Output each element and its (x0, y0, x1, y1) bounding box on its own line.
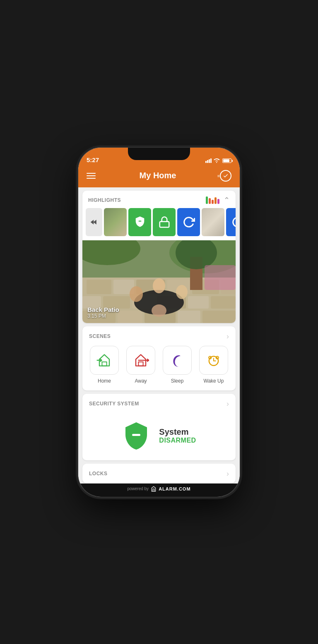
scenes-card: SCENES › (82, 326, 236, 390)
powered-by-footer: powered by ALARM.COM (78, 484, 240, 494)
collapse-button[interactable]: ⌃ (224, 196, 230, 205)
status-time: 5:27 (87, 156, 99, 163)
svg-rect-34 (102, 362, 106, 366)
scene-away-button[interactable] (126, 346, 155, 375)
status-check-button[interactable] (220, 170, 231, 182)
bar-2 (209, 198, 211, 204)
thumbnail-shield[interactable] (128, 208, 151, 236)
scene-sleep[interactable]: Sleep (161, 346, 193, 384)
svg-point-29 (130, 286, 143, 302)
svg-rect-37 (138, 362, 143, 366)
svg-point-31 (152, 304, 166, 317)
home-arrow-out-icon (132, 352, 149, 369)
svg-marker-1 (91, 220, 94, 225)
locks-label: LOCKS (89, 471, 108, 476)
thumb-back-button[interactable] (86, 208, 102, 236)
scene-wakeup-label: Wake Up (204, 378, 224, 384)
menu-button[interactable] (87, 173, 96, 179)
security-header[interactable]: SECURITY SYSTEM › (82, 394, 236, 413)
home-arrow-in-icon (96, 352, 113, 369)
shield-large-icon (122, 421, 151, 450)
security-system-name: System (159, 427, 196, 437)
bar-3 (212, 200, 214, 204)
camera-label: Back Patio 3:15 PM (87, 306, 119, 319)
svg-rect-18 (188, 296, 209, 309)
status-icons (205, 158, 231, 163)
camera-image[interactable]: Back Patio 3:15 PM (82, 240, 236, 323)
phone-screen: 5:27 (78, 148, 240, 497)
app-header: My Home (78, 166, 240, 187)
camera-time: 3:15 PM (87, 313, 119, 319)
svg-rect-3 (159, 221, 169, 227)
scene-wakeup[interactable]: Wake Up (198, 346, 230, 384)
signal-bars-icon (205, 158, 212, 163)
svg-rect-21 (118, 311, 142, 323)
security-content: System DISARMED (82, 413, 236, 460)
color-bars-icon (206, 196, 219, 204)
scenes-label: SCENES (89, 333, 111, 339)
brand-name: ALARM.COM (159, 486, 190, 491)
refresh-thumb-icon-2 (231, 216, 236, 228)
security-label: SECURITY SYSTEM (89, 401, 139, 407)
thumbnail-1[interactable] (104, 208, 127, 236)
security-card: SECURITY SYSTEM › System DISARMED (82, 394, 236, 460)
refresh-thumb-icon-1 (183, 216, 195, 228)
locks-header[interactable]: LOCKS › (82, 464, 236, 483)
thumbnail-refresh-2[interactable] (226, 208, 236, 236)
scene-home[interactable]: Home (88, 346, 120, 384)
scene-sleep-label: Sleep (171, 378, 184, 384)
scenes-header[interactable]: SCENES › (82, 326, 236, 346)
bar-4 (214, 197, 217, 204)
bottom-bar (78, 494, 240, 497)
powered-by-text: powered by (127, 486, 149, 491)
scenes-chevron-icon[interactable]: › (226, 332, 229, 341)
security-chevron-icon[interactable]: › (226, 400, 229, 408)
alarm-clock-icon (205, 352, 222, 369)
scene-away[interactable]: Away (125, 346, 157, 384)
svg-rect-19 (211, 296, 236, 309)
scene-sleep-button[interactable] (163, 346, 192, 375)
svg-rect-24 (202, 311, 236, 323)
svg-rect-8 (87, 280, 111, 294)
highlights-label: HIGHLIGHTS (88, 197, 121, 203)
scenes-grid: Home Away (82, 346, 236, 390)
thumbnail-strip[interactable] (82, 208, 236, 240)
locks-chevron-icon[interactable]: › (226, 469, 229, 478)
security-text: System DISARMED (159, 427, 196, 444)
scene-home-label: Home (98, 378, 111, 384)
moon-icon (169, 352, 186, 369)
svg-marker-0 (93, 220, 96, 225)
svg-point-30 (176, 285, 188, 299)
bar-1 (206, 196, 208, 204)
security-status-badge: DISARMED (159, 437, 196, 444)
scene-away-label: Away (135, 378, 147, 384)
alarm-logo-icon (151, 486, 157, 492)
scene-wakeup-button[interactable] (199, 346, 228, 375)
locks-card: LOCKS › (82, 464, 236, 483)
wifi-icon (214, 158, 220, 163)
svg-point-28 (153, 278, 165, 293)
scene-home-button[interactable] (90, 346, 119, 375)
lock-thumb-icon (158, 216, 171, 228)
highlights-card: HIGHLIGHTS ⌃ (82, 191, 236, 323)
thumbnail-refresh-1[interactable] (177, 208, 200, 236)
page-title: My Home (140, 171, 176, 180)
svg-rect-2 (138, 220, 141, 221)
highlights-header: HIGHLIGHTS ⌃ (82, 191, 236, 208)
camera-name: Back Patio (87, 306, 119, 313)
svg-rect-23 (178, 311, 200, 323)
phone-frame: 5:27 (78, 148, 240, 497)
shield-thumb-icon (133, 215, 147, 229)
battery-icon (222, 158, 231, 163)
svg-rect-44 (132, 434, 140, 436)
thumbnail-2[interactable] (202, 208, 224, 236)
check-icon (223, 173, 229, 179)
bar-5 (217, 199, 219, 204)
highlights-controls: ⌃ (206, 196, 230, 205)
thumbnail-lock[interactable] (153, 208, 176, 236)
rewind-icon (90, 218, 98, 226)
scroll-content[interactable]: HIGHLIGHTS ⌃ (78, 187, 240, 484)
notch (128, 148, 190, 160)
svg-rect-32 (205, 265, 236, 290)
